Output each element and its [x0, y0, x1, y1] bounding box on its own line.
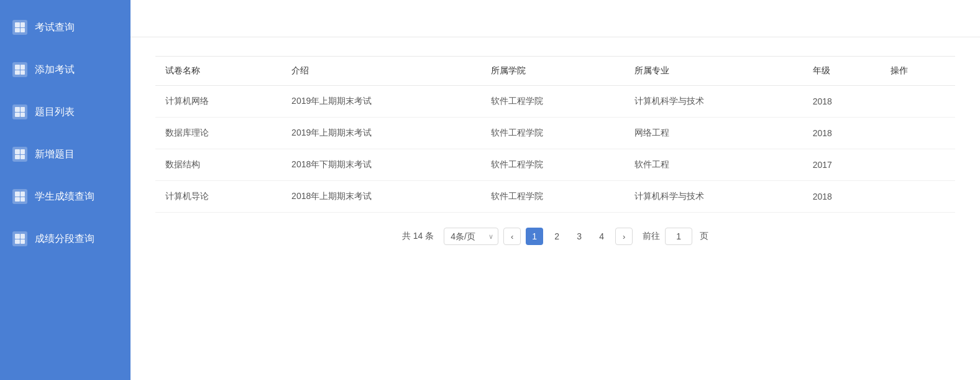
- exam-table: 试卷名称介绍所属学院所属专业年级操作 计算机网络2019年上期期末考试软件工程学…: [155, 56, 955, 213]
- page-number-1[interactable]: 1: [526, 228, 543, 245]
- next-page-button[interactable]: ›: [615, 228, 633, 245]
- table-row: 数据库理论2019年上期期末考试软件工程学院网络工程2018: [155, 118, 955, 149]
- pagination: 共 14 条 4条/页10条/页20条/页 ∨ ‹ 1 2 3 4 › 前往 页: [155, 213, 955, 251]
- cell-major-3: 计算机科学与技术: [625, 181, 803, 213]
- cell-grade-3: 2018: [803, 181, 881, 213]
- sidebar-item-question-list[interactable]: 题目列表: [0, 91, 131, 133]
- cell-college-2: 软件工程学院: [481, 149, 625, 181]
- cell-intro-2: 2018年下期期末考试: [282, 149, 481, 181]
- add-exam-icon: [12, 62, 27, 77]
- goto-page-label: 页: [700, 231, 708, 242]
- goto-label: 前往: [643, 231, 660, 242]
- cell-major-0: 计算机科学与技术: [625, 86, 803, 118]
- table-row: 数据结构2018年下期期末考试软件工程学院软件工程2017: [155, 149, 955, 181]
- cell-name-2: 数据结构: [155, 149, 282, 181]
- col-header-college: 所属学院: [481, 57, 625, 86]
- question-list-icon: [12, 104, 27, 119]
- main-body: 试卷名称介绍所属学院所属专业年级操作 计算机网络2019年上期期末考试软件工程学…: [131, 37, 980, 380]
- page-size-wrapper: 4条/页10条/页20条/页 ∨: [444, 228, 498, 245]
- col-header-action: 操作: [881, 57, 955, 86]
- cell-grade-1: 2018: [803, 118, 881, 149]
- student-score-icon: [12, 189, 27, 204]
- cell-college-0: 软件工程学院: [481, 86, 625, 118]
- table-body: 计算机网络2019年上期期末考试软件工程学院计算机科学与技术2018数据库理论2…: [155, 86, 955, 213]
- table-row: 计算机网络2019年上期期末考试软件工程学院计算机科学与技术2018: [155, 86, 955, 118]
- cell-grade-2: 2017: [803, 149, 881, 181]
- cell-action-0[interactable]: [881, 86, 955, 118]
- page-number-2[interactable]: 2: [548, 228, 566, 245]
- col-header-grade: 年级: [803, 57, 881, 86]
- table-row: 计算机导论2018年上期期末考试软件工程学院计算机科学与技术2018: [155, 181, 955, 213]
- cell-major-1: 网络工程: [625, 118, 803, 149]
- sidebar-item-label-add-exam: 添加考试: [35, 63, 75, 76]
- cell-name-0: 计算机网络: [155, 86, 282, 118]
- exam-query-icon: [12, 20, 27, 35]
- cell-college-1: 软件工程学院: [481, 118, 625, 149]
- cell-action-1[interactable]: [881, 118, 955, 149]
- page-size-select[interactable]: 4条/页10条/页20条/页: [444, 228, 498, 245]
- total-count: 共 14 条: [402, 231, 434, 242]
- col-header-major: 所属专业: [625, 57, 803, 86]
- sidebar-item-label-student-score: 学生成绩查询: [35, 190, 94, 203]
- sidebar-item-score-segment[interactable]: 成绩分段查询: [0, 218, 131, 260]
- cell-action-3[interactable]: [881, 181, 955, 213]
- sidebar-item-label-score-segment: 成绩分段查询: [35, 233, 94, 246]
- sidebar-item-label-add-question: 新增题目: [35, 148, 75, 161]
- cell-major-2: 软件工程: [625, 149, 803, 181]
- prev-page-button[interactable]: ‹: [503, 228, 521, 245]
- cell-action-2[interactable]: [881, 149, 955, 181]
- page-number-4[interactable]: 4: [593, 228, 610, 245]
- cell-intro-0: 2019年上期期末考试: [282, 86, 481, 118]
- main-header: [131, 0, 980, 37]
- table-header-row: 试卷名称介绍所属学院所属专业年级操作: [155, 57, 955, 86]
- cell-college-3: 软件工程学院: [481, 181, 625, 213]
- goto-input[interactable]: [665, 228, 692, 245]
- col-header-name: 试卷名称: [155, 57, 282, 86]
- sidebar-item-add-question[interactable]: 新增题目: [0, 133, 131, 175]
- sidebar-item-label-question-list: 题目列表: [35, 106, 75, 119]
- score-segment-icon: [12, 231, 27, 246]
- page-number-3[interactable]: 3: [570, 228, 588, 245]
- cell-name-3: 计算机导论: [155, 181, 282, 213]
- sidebar-item-add-exam[interactable]: 添加考试: [0, 49, 131, 91]
- sidebar-item-student-score[interactable]: 学生成绩查询: [0, 175, 131, 218]
- sidebar-item-label-exam-query: 考试查询: [35, 21, 75, 34]
- main-content: 试卷名称介绍所属学院所属专业年级操作 计算机网络2019年上期期末考试软件工程学…: [131, 0, 980, 380]
- sidebar: 考试查询添加考试题目列表新增题目学生成绩查询成绩分段查询: [0, 0, 131, 380]
- col-header-intro: 介绍: [282, 57, 481, 86]
- cell-name-1: 数据库理论: [155, 118, 282, 149]
- cell-intro-1: 2019年上期期末考试: [282, 118, 481, 149]
- add-question-icon: [12, 147, 27, 162]
- sidebar-item-exam-query[interactable]: 考试查询: [0, 6, 131, 49]
- cell-intro-3: 2018年上期期末考试: [282, 181, 481, 213]
- cell-grade-0: 2018: [803, 86, 881, 118]
